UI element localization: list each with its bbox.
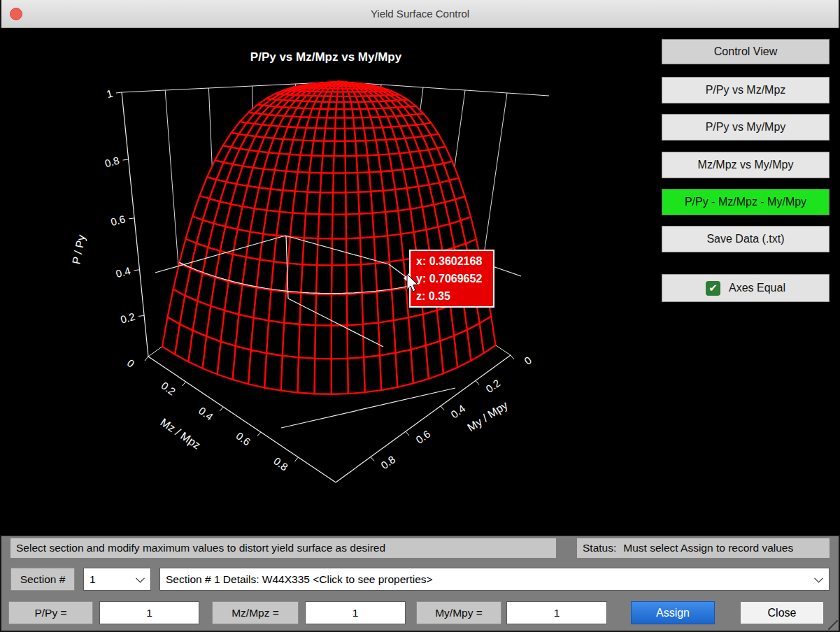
mz-mpz-label: Mz/Mpz = [212,601,299,624]
section-details-dropdown[interactable]: Section # 1 Details: W44X335 <Click to s… [159,568,830,591]
save-data-button[interactable]: Save Data (.txt) [662,226,830,252]
tooltip-z-value: z: 0.35 [416,287,493,305]
view-p-my-button[interactable]: P/Py vs My/Mpy [662,114,830,141]
svg-text:0.8: 0.8 [378,453,397,471]
view-3d-button[interactable]: P/Py - Mz/Mpz - My/Mpy [662,189,830,215]
svg-text:0.2: 0.2 [159,380,178,398]
window-title: Yield Surface Control [371,8,469,20]
chevron-down-icon [814,573,823,582]
section-details-value: Section # 1 Details: W44X335 <Click to s… [166,573,433,586]
plot-area: 0.20.40.60.8100.20.40.60.800.20.40.60.8M… [0,28,840,535]
svg-text:0.6: 0.6 [234,430,253,448]
control-view-button[interactable]: Control View [662,39,830,64]
my-mpy-input[interactable] [506,601,607,624]
svg-text:My / Mpy: My / Mpy [465,399,510,434]
svg-text:P / Py: P / Py [70,234,87,266]
tooltip-y-value: y: 0.7069652 [416,270,493,287]
yield-surface-window: Yield Surface Control 0.20.40.60.8100.20… [0,0,840,632]
section-number-value: 1 [90,573,96,586]
title-bar: Yield Surface Control [1,0,839,28]
yield-surface-3d-plot[interactable]: 0.20.40.60.8100.20.40.60.800.20.40.60.8M… [0,28,661,535]
svg-text:0.4: 0.4 [448,402,467,420]
svg-text:0.4: 0.4 [115,264,132,280]
svg-text:0.2: 0.2 [483,377,502,395]
section-number-dropdown[interactable]: 1 [83,568,151,591]
svg-text:0.6: 0.6 [109,213,127,228]
svg-text:Mz / Mpz: Mz / Mpz [158,416,202,451]
axes-equal-checkbox[interactable]: ✔ [706,281,720,296]
status-label: Status: [583,542,616,554]
p-py-input[interactable] [99,601,199,624]
svg-text:0.8: 0.8 [104,155,121,170]
plot-title: P/Py vs Mz/Mpz vs My/Mpy [250,50,401,64]
svg-text:0.6: 0.6 [413,428,432,446]
svg-text:0.8: 0.8 [271,455,290,473]
assign-button[interactable]: Assign [631,601,715,624]
control-panel: Select section and modify maximum values… [0,535,840,632]
chevron-down-icon [136,573,145,582]
mz-mpz-input[interactable] [305,601,406,624]
view-mz-my-button[interactable]: Mz/Mpz vs My/Mpy [662,152,830,178]
tooltip-x-value: x: 0.3602168 [416,252,493,270]
axes-equal-control: ✔ Axes Equal [662,274,830,302]
svg-text:0: 0 [125,357,137,370]
svg-text:1: 1 [105,87,113,100]
status-bar: Status: Must select Assign to record val… [577,538,830,558]
resize-grip[interactable] [828,620,838,630]
instruction-text: Select section and modify maximum values… [10,538,556,558]
close-window-icon[interactable] [10,8,22,20]
svg-text:0.2: 0.2 [119,310,136,326]
view-p-mz-button[interactable]: P/Py vs Mz/Mpz [662,77,830,103]
status-message: Must select Assign to record values [623,542,793,554]
data-tooltip: x: 0.3602168 y: 0.7069652 z: 0.35 [409,250,494,308]
mouse-cursor-icon [401,273,420,294]
axes-equal-label: Axes Equal [729,282,785,294]
section-number-label: Section # [10,568,75,591]
my-mpy-label: My/Mpy = [416,601,501,624]
close-button[interactable]: Close [740,601,824,624]
svg-text:0: 0 [522,354,534,367]
svg-text:0.4: 0.4 [197,405,215,423]
p-py-label: P/Py = [8,601,93,624]
